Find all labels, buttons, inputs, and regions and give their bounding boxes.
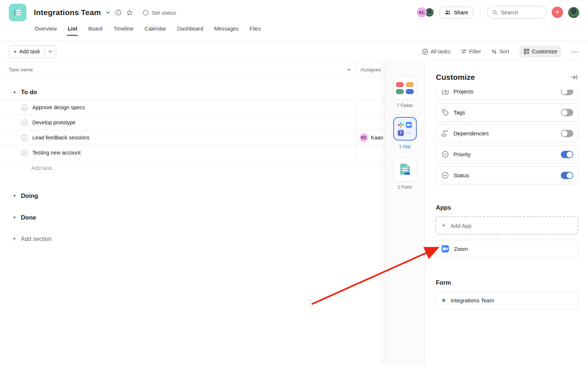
dependencies-toggle[interactable] [561, 130, 573, 137]
tab-list[interactable]: List [68, 26, 77, 36]
share-button[interactable]: Share [440, 7, 473, 18]
collapse-panel-icon[interactable] [570, 74, 578, 81]
member-avatars[interactable]: KC [417, 7, 434, 17]
assignee-avatar: KC [360, 134, 368, 142]
task-list: Task name Assignee ▼ To do Approve desig… [0, 62, 385, 243]
customize-panel: Customize Projects Tags [424, 62, 588, 366]
add-section-label: Add section [21, 236, 52, 242]
collapse-triangle-icon[interactable]: ▼ [12, 193, 17, 198]
add-task-button[interactable]: + Add task [9, 46, 44, 58]
dependencies-icon [441, 130, 449, 137]
form-document-icon [399, 163, 411, 176]
customize-button[interactable]: Customize [520, 46, 562, 57]
people-icon [445, 10, 451, 15]
create-button[interactable]: + [552, 7, 563, 18]
tab-calendar[interactable]: Calendar [144, 26, 166, 36]
chevron-down-icon [48, 49, 53, 54]
sort-button[interactable]: Sort [491, 49, 509, 54]
chevron-circle-icon [441, 172, 449, 179]
section-header-done[interactable]: ▼ Done [0, 210, 385, 225]
tab-files[interactable]: Files [250, 26, 261, 36]
tab-overview[interactable]: Overview [35, 26, 57, 36]
projects-toggle[interactable] [561, 90, 573, 95]
sort-arrows-icon [491, 49, 497, 54]
form-row-integrations-team[interactable]: Integrations Team [435, 291, 578, 309]
task-check-icon[interactable] [21, 104, 28, 111]
assignee-cell[interactable] [355, 145, 385, 160]
tab-board[interactable]: Board [88, 26, 103, 36]
field-row-status[interactable]: Status [435, 166, 578, 184]
priority-toggle[interactable] [561, 151, 573, 158]
search-input[interactable] [501, 9, 541, 15]
form-card[interactable] [393, 158, 417, 181]
field-label: Priority [453, 151, 556, 157]
assignee-name: Kaan C [371, 135, 385, 141]
collapse-triangle-icon[interactable]: ▼ [12, 215, 17, 220]
task-name: Testing new account [32, 150, 80, 156]
apps-card-label: 1 App [399, 144, 411, 149]
section-header-todo[interactable]: ▼ To do [0, 85, 385, 100]
form-label: Integrations Team [451, 297, 494, 303]
task-check-icon[interactable] [21, 119, 28, 126]
plus-icon: + [442, 221, 446, 230]
app-row-zoom[interactable]: Zoom [435, 240, 578, 258]
apps-heading: Apps [436, 204, 578, 211]
field-row-projects[interactable]: Projects [435, 90, 578, 100]
teams-icon: T [398, 130, 404, 136]
set-status-button[interactable]: Set status [143, 10, 176, 16]
column-sort-chevron-icon[interactable] [347, 67, 351, 72]
tag-icon [441, 109, 449, 116]
task-check-icon[interactable] [21, 134, 28, 141]
assignee-cell[interactable]: KC Kaan C [355, 130, 385, 145]
apps-card[interactable]: T ··· [393, 117, 417, 141]
assignee-cell[interactable] [355, 100, 385, 115]
assignee-cell[interactable] [355, 115, 385, 130]
avatar-kc[interactable]: KC [417, 7, 427, 17]
column-task-name: Task name [9, 67, 33, 72]
field-row-dependencies[interactable]: Dependencies [435, 124, 578, 142]
title-chevron-down-icon[interactable] [105, 10, 111, 15]
plus-icon: + [12, 235, 17, 243]
task-row[interactable]: Lead feedback sessions KC Kaan C [0, 130, 385, 145]
star-icon[interactable] [126, 9, 133, 16]
add-app-button[interactable]: + Add App [435, 216, 578, 235]
field-row-priority[interactable]: Priority [435, 145, 578, 163]
form-card-label: 1 Form [398, 185, 412, 190]
section-title: Doing [21, 192, 38, 199]
status-toggle[interactable] [561, 172, 573, 179]
header-divider [480, 6, 480, 19]
plus-icon: + [555, 8, 559, 16]
tags-toggle[interactable] [561, 109, 573, 116]
field-label: Projects [453, 90, 556, 95]
tab-timeline[interactable]: Timeline [114, 26, 133, 36]
add-task-split-button: + Add task [9, 45, 56, 58]
overflow-menu-button[interactable]: ··· [571, 49, 579, 55]
set-status-label: Set status [152, 10, 176, 16]
filter-button[interactable]: Filter [461, 49, 481, 54]
add-app-label: Add App [451, 223, 472, 229]
collapse-triangle-icon[interactable]: ▼ [12, 90, 17, 95]
field-label: Tags [453, 109, 556, 116]
tab-dashboard[interactable]: Dashboard [177, 26, 203, 36]
task-row[interactable]: Approve design specs [0, 100, 385, 115]
tab-messages[interactable]: Messages [214, 26, 239, 36]
all-tasks-label: All tasks [431, 49, 451, 54]
task-row[interactable]: Develop prototype [0, 115, 385, 130]
avatar-current-user[interactable] [568, 7, 579, 18]
field-row-tags[interactable]: Tags [435, 103, 578, 121]
info-icon[interactable] [115, 9, 122, 16]
add-section-button[interactable]: + Add section [0, 235, 385, 243]
fields-card[interactable] [393, 76, 417, 100]
search-box[interactable] [487, 6, 546, 19]
add-task-inline[interactable]: Add task... [0, 160, 385, 175]
more-apps-icon: ··· [406, 131, 412, 135]
section-header-doing[interactable]: ▼ Doing [0, 188, 385, 203]
customize-category-strip: 7 Fields T ··· [385, 62, 424, 366]
task-row[interactable]: Testing new account [0, 145, 385, 160]
task-check-icon[interactable] [21, 149, 28, 156]
section-title: To do [21, 89, 37, 96]
add-task-dropdown-button[interactable] [44, 46, 56, 58]
app-label: Zoom [454, 246, 468, 252]
all-tasks-filter-button[interactable]: All tasks [422, 49, 451, 55]
customize-panel-title: Customize [436, 73, 475, 82]
